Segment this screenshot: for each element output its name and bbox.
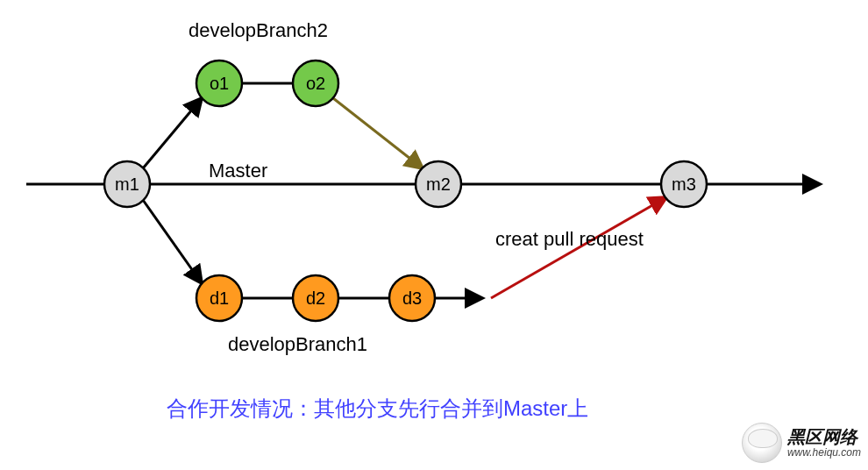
pull-request-label: creat pull request (495, 228, 644, 251)
edge-o2-m2 (333, 98, 423, 168)
node-o1 (196, 61, 242, 106)
node-m2 (416, 161, 461, 207)
branch1-label: developBranch1 (228, 333, 367, 356)
edge-m1-o1 (143, 98, 202, 168)
node-d2 (293, 275, 338, 321)
edge-m1-d1 (143, 200, 202, 283)
mushroom-icon (742, 423, 782, 463)
node-d1 (196, 275, 242, 321)
watermark-main: 黑区网络 (787, 428, 861, 445)
branch2-label: developBranch2 (189, 19, 328, 42)
node-d3 (389, 275, 435, 321)
diagram-caption: 合作开发情况：其他分支先行合并到Master上 (167, 395, 588, 423)
node-m1 (104, 161, 150, 207)
node-o2 (293, 61, 338, 106)
node-m3 (661, 161, 707, 207)
watermark: 黑区网络 www.heiqu.com (742, 423, 861, 463)
watermark-sub: www.heiqu.com (787, 447, 861, 458)
master-label: Master (209, 160, 267, 182)
